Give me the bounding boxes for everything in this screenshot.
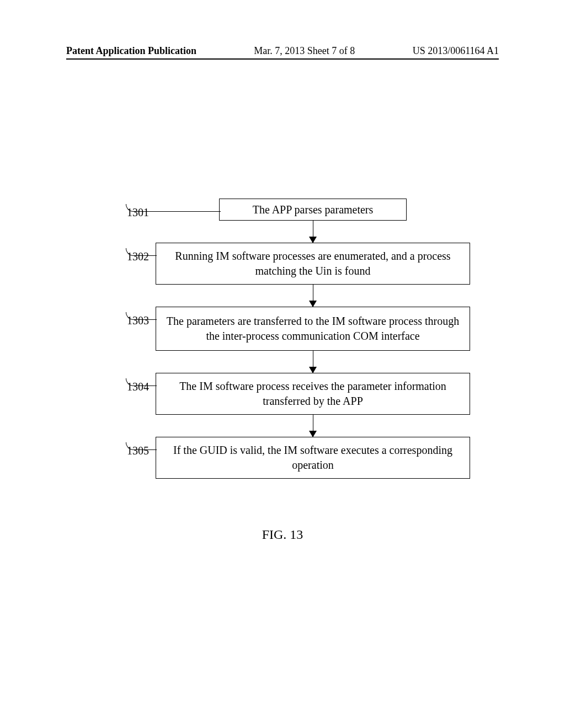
flowchart-row: 1302 Running IM software processes are e… (94, 243, 486, 285)
flowchart-row: 1305 If the GUID is valid, the IM softwa… (94, 437, 486, 479)
flowchart-step-box: The APP parses parameters (219, 199, 407, 221)
flowchart-row: 1301 The APP parses parameters (94, 199, 486, 221)
figure-caption: FIG. 13 (0, 527, 565, 542)
header-patent-number: US 2013/0061164 A1 (413, 45, 499, 57)
flowchart-step-box: The IM software process receives the par… (156, 373, 470, 415)
flowchart-row: 1303 The parameters are transferred to t… (94, 307, 486, 351)
header-date-sheet: Mar. 7, 2013 Sheet 7 of 8 (254, 45, 355, 57)
step-number: 1302 (94, 243, 149, 263)
step-number: 1301 (94, 199, 149, 219)
page-header: Patent Application Publication Mar. 7, 2… (66, 45, 499, 60)
step-number: 1303 (94, 307, 149, 327)
header-publication-type: Patent Application Publication (66, 45, 196, 57)
flowchart-diagram: 1301 The APP parses parameters 1302 Runn… (94, 199, 486, 479)
step-number: 1304 (94, 373, 149, 393)
flow-arrow (156, 285, 470, 307)
flowchart-row: 1304 The IM software process receives th… (94, 373, 486, 415)
flow-arrow (156, 221, 470, 243)
flow-arrow (156, 351, 470, 373)
flowchart-step-box: If the GUID is valid, the IM software ex… (156, 437, 470, 479)
flow-arrow (156, 415, 470, 437)
flowchart-step-box: The parameters are transferred to the IM… (156, 307, 470, 351)
flowchart-step-box: Running IM software processes are enumer… (156, 243, 470, 285)
step-number: 1305 (94, 437, 149, 457)
